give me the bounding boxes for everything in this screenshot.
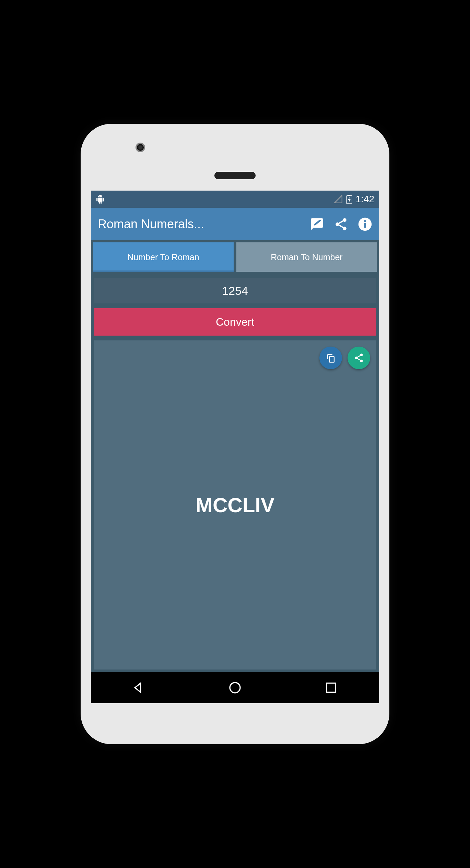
result-panel: MCCLIV xyxy=(94,340,376,669)
screen: 1:42 Roman Numerals... Number To Roman xyxy=(91,191,379,703)
svg-point-4 xyxy=(336,222,339,226)
tab-number-to-roman[interactable]: Number To Roman xyxy=(93,242,234,272)
svg-point-12 xyxy=(360,354,363,357)
app-title: Roman Numerals... xyxy=(98,217,300,231)
result-text: MCCLIV xyxy=(196,493,274,517)
nav-bar xyxy=(91,672,379,703)
status-bar: 1:42 xyxy=(91,191,379,208)
phone-frame: 1:42 Roman Numerals... Number To Roman xyxy=(81,124,389,744)
write-review-icon[interactable] xyxy=(310,217,324,231)
phone-speaker xyxy=(214,172,256,179)
svg-rect-1 xyxy=(348,195,350,196)
tab-roman-to-number[interactable]: Roman To Number xyxy=(236,242,377,272)
nav-home-icon[interactable] xyxy=(228,681,242,695)
info-icon[interactable] xyxy=(358,217,372,231)
svg-line-15 xyxy=(357,356,361,358)
android-icon xyxy=(96,195,105,204)
svg-rect-18 xyxy=(327,683,336,692)
copy-button[interactable] xyxy=(319,347,342,369)
number-input[interactable] xyxy=(94,278,376,303)
content-area: Convert xyxy=(91,274,379,672)
svg-point-17 xyxy=(230,683,240,693)
convert-button[interactable]: Convert xyxy=(94,308,376,336)
nav-recent-icon[interactable] xyxy=(324,681,338,695)
share-result-icon xyxy=(354,353,364,363)
share-icon[interactable] xyxy=(334,217,348,231)
signal-icon xyxy=(334,195,343,204)
svg-point-3 xyxy=(343,218,346,222)
status-time: 1:42 xyxy=(356,194,375,205)
copy-icon xyxy=(326,353,336,363)
tabs-row: Number To Roman Roman To Number xyxy=(91,240,379,274)
svg-rect-10 xyxy=(364,223,366,228)
app-bar: Roman Numerals... xyxy=(91,208,379,240)
svg-line-6 xyxy=(339,221,343,223)
svg-marker-2 xyxy=(348,197,351,203)
svg-point-5 xyxy=(343,227,346,230)
phone-camera xyxy=(136,143,145,152)
battery-icon xyxy=(346,195,352,204)
nav-back-icon[interactable] xyxy=(132,681,146,695)
svg-point-9 xyxy=(364,220,366,222)
svg-line-16 xyxy=(357,359,361,360)
svg-line-7 xyxy=(339,225,343,228)
share-result-button[interactable] xyxy=(348,347,370,369)
svg-point-14 xyxy=(360,360,363,362)
svg-rect-11 xyxy=(329,357,334,362)
svg-point-13 xyxy=(355,357,358,360)
